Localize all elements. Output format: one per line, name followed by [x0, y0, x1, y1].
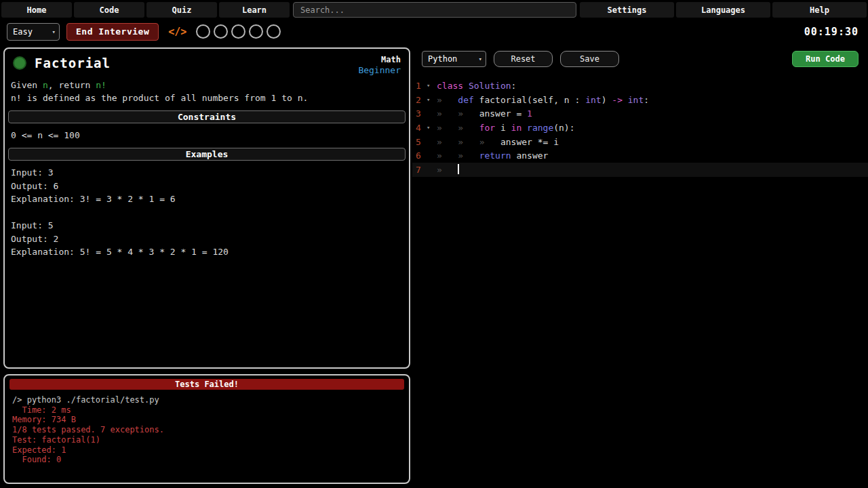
left-column: Factorial Math Beginner Given n, return … — [0, 44, 412, 488]
code-token: int — [585, 95, 601, 105]
example-line: Explanation: 5! = 5 * 4 * 3 * 2 * 1 = 12… — [8, 245, 406, 259]
problem-header: Factorial Math Beginner — [5, 49, 409, 77]
code-token: def — [458, 95, 473, 105]
question-progress-dot[interactable] — [249, 24, 263, 39]
nav-item-code[interactable]: Code — [74, 2, 144, 18]
code-token: » — [437, 137, 458, 147]
end-interview-button[interactable]: End Interview — [66, 23, 159, 41]
example-line: Input: 3 — [8, 166, 406, 180]
statement-token: , return — [48, 80, 96, 90]
console-output: /> python3 ./factorial/test.py Time: 2 m… — [9, 395, 404, 465]
example-line: Output: 6 — [8, 180, 406, 193]
question-progress-dot[interactable] — [231, 24, 245, 39]
line-number: 1 — [412, 81, 427, 91]
question-progress-dot[interactable] — [196, 24, 210, 39]
console-line: Time: 2 ms — [9, 405, 404, 415]
run-code-button[interactable]: Run Code — [792, 51, 859, 67]
nav-item-settings[interactable]: Settings — [580, 2, 674, 18]
code-line-text: » def factorial(self, n : int) -> int: — [437, 95, 649, 105]
editor-toolbar: Python ▾ Reset Save Run Code — [412, 47, 868, 76]
top-navbar: HomeCodeQuizLearn SettingsLanguagesHelp — [0, 0, 868, 19]
code-token: range — [527, 123, 553, 133]
fold-icon[interactable]: ▾ — [427, 96, 437, 103]
code-line: 1▾class Solution: — [412, 79, 868, 93]
code-token: » — [437, 165, 458, 175]
code-icon: </> — [168, 26, 186, 38]
nav-item-learn[interactable]: Learn — [219, 2, 290, 18]
code-line: 4▾» » for i in range(n): — [412, 121, 868, 135]
code-token: » — [458, 123, 479, 133]
nav-item-home[interactable]: Home — [1, 2, 72, 18]
code-line-text: » — [437, 164, 459, 175]
code-token: in — [511, 123, 522, 133]
code-token: answer = — [479, 108, 527, 119]
code-lines: 1▾class Solution:2▾» def factorial(self,… — [412, 79, 868, 177]
code-token: » — [458, 150, 479, 161]
line-number: 5 — [412, 137, 427, 147]
line-number: 2 — [412, 95, 427, 105]
code-token: 1 — [527, 108, 532, 119]
problem-panel: Factorial Math Beginner Given n, return … — [3, 47, 410, 369]
example-lines: Input: 3Output: 6Explanation: 3! = 3 * 2… — [8, 166, 406, 259]
code-line-text: » » answer = 1 — [437, 108, 532, 119]
constraints-header: Constraints — [8, 110, 406, 123]
line-number: 6 — [412, 150, 427, 161]
code-token — [521, 123, 527, 133]
console-line: /> python3 ./factorial/test.py — [9, 395, 404, 405]
code-token: return — [479, 150, 511, 161]
line-number: 4 — [412, 123, 427, 133]
code-token: : — [644, 95, 649, 105]
code-token: » — [437, 150, 458, 161]
code-line-text: class Solution: — [437, 81, 516, 91]
nav-item-help[interactable]: Help — [772, 2, 867, 18]
code-line-text: » » return answer — [437, 150, 548, 161]
reset-button[interactable]: Reset — [494, 51, 553, 67]
language-select[interactable]: Python — [422, 51, 486, 67]
question-progress-dot[interactable] — [267, 24, 281, 39]
code-token: (n): — [553, 123, 574, 133]
code-token: class — [437, 81, 463, 91]
problem-body: Given n, return n! n! is defined as the … — [5, 77, 409, 259]
code-line: 2▾» def factorial(self, n : int) -> int: — [412, 93, 868, 107]
line-number: 7 — [412, 165, 427, 175]
code-token: answer *= i — [500, 137, 559, 147]
problem-category: Math — [358, 55, 401, 64]
code-token — [463, 81, 469, 91]
console-line: Memory: 734 B — [9, 415, 404, 425]
code-token: : — [511, 81, 517, 91]
code-line-text: » » » answer *= i — [437, 137, 559, 147]
code-editor[interactable]: 1▾class Solution:2▾» def factorial(self,… — [412, 76, 868, 488]
tests-status-banner: Tests Failed! — [9, 379, 404, 390]
console-panel: Tests Failed! /> python3 ./factorial/tes… — [3, 374, 410, 484]
problem-meta: Math Beginner — [358, 55, 401, 76]
example-line: Explanation: 3! = 3 * 2 * 1 = 6 — [8, 192, 406, 206]
statement-token: n! — [96, 80, 106, 90]
code-line-text: » » for i in range(n): — [437, 123, 575, 133]
code-token: -> — [612, 95, 623, 105]
code-token: answer — [511, 150, 549, 161]
fold-icon[interactable]: ▾ — [427, 82, 437, 89]
language-select-wrap: Python ▾ — [422, 51, 486, 67]
code-token: i — [495, 123, 511, 133]
problem-difficulty: Beginner — [358, 64, 401, 76]
console-line: Test: factorial(1) — [9, 435, 404, 445]
nav-item-quiz[interactable]: Quiz — [146, 2, 217, 18]
code-token: » — [437, 95, 458, 105]
nav-item-languages[interactable]: Languages — [676, 2, 770, 18]
difficulty-select[interactable]: Easy — [7, 23, 60, 41]
examples-header: Examples — [8, 148, 406, 161]
code-token: » — [437, 123, 458, 133]
question-progress-dot[interactable] — [214, 24, 228, 39]
console-line: Found: 0 — [9, 455, 404, 465]
text-cursor — [458, 164, 459, 174]
code-line: 5» » » answer *= i — [412, 135, 868, 149]
search-input[interactable] — [293, 2, 576, 18]
fold-icon[interactable]: ▾ — [427, 124, 437, 131]
console-line: 1/8 tests passed. 7 exceptions. — [9, 425, 404, 435]
line-number: 3 — [412, 108, 427, 119]
code-line: 7» — [412, 163, 868, 177]
constraints-text: 0 <= n <= 100 — [8, 129, 406, 142]
code-token: » — [437, 108, 458, 119]
save-button[interactable]: Save — [560, 51, 619, 67]
difficulty-select-wrap: Easy ▾ — [7, 23, 60, 41]
